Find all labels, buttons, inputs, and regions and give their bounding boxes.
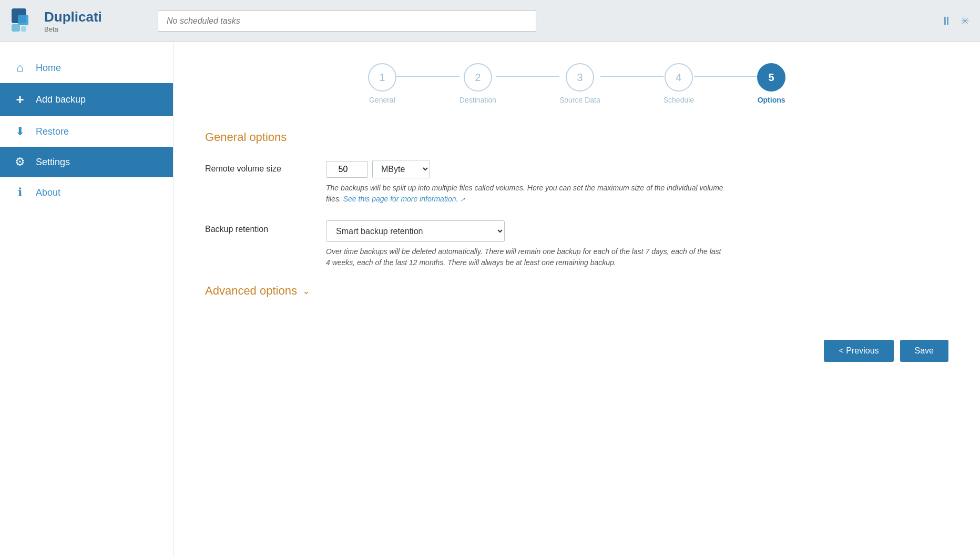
external-link-icon: ↗	[460, 196, 465, 203]
backup-retention-row: Backup retention Smart backup retention …	[205, 220, 948, 268]
add-icon: +	[13, 92, 27, 108]
sidebar-label-home: Home	[36, 63, 61, 74]
svg-rect-3	[21, 26, 26, 32]
sidebar-label-settings: Settings	[36, 157, 70, 168]
step-circle-3[interactable]: 3	[566, 63, 594, 92]
step-label-1: General	[369, 96, 395, 104]
bottom-nav: < Previous Save	[205, 340, 948, 372]
stepper: 1 General 2 Destination 3 Source Data	[205, 63, 948, 104]
remote-volume-size-input[interactable]	[326, 161, 368, 178]
home-icon: ⌂	[13, 61, 27, 75]
remote-volume-size-row: Remote volume size KByte MByte GByte The…	[205, 160, 948, 205]
backup-retention-select[interactable]: Smart backup retention Keep all backups …	[326, 220, 505, 242]
step-label-3: Source Data	[559, 96, 600, 104]
step-1: 1 General	[368, 63, 396, 104]
advanced-options-label: Advanced options	[205, 284, 297, 298]
step-label-2: Destination	[460, 96, 496, 104]
layout: ⌂ Home + Add backup ⬇ Restore ⚙ Settings…	[0, 42, 980, 556]
search-input[interactable]	[158, 11, 536, 32]
svg-rect-1	[18, 15, 28, 25]
svg-rect-2	[12, 24, 20, 32]
remote-volume-size-inline: KByte MByte GByte	[326, 160, 948, 178]
remote-volume-unit-select[interactable]: KByte MByte GByte	[372, 160, 430, 178]
main-content: 1 General 2 Destination 3 Source Data	[173, 42, 980, 556]
header-search-box[interactable]	[158, 11, 536, 32]
restore-icon: ⬇	[13, 125, 27, 138]
step-line-4	[694, 76, 757, 77]
sidebar-item-add-backup[interactable]: + Add backup	[0, 83, 173, 116]
pause-icon[interactable]: ⏸	[941, 14, 952, 28]
sidebar-item-restore[interactable]: ⬇ Restore	[0, 116, 173, 147]
step-label-5: Options	[758, 96, 785, 104]
step-line-2	[496, 76, 559, 77]
step-4: 4 Schedule	[663, 63, 694, 104]
sidebar-item-about[interactable]: ℹ About	[0, 177, 173, 208]
remote-volume-size-hint: The backups will be split up into multip…	[326, 183, 726, 205]
step-line-1	[396, 76, 460, 77]
general-options-title: General options	[205, 130, 948, 144]
sidebar-label-restore: Restore	[36, 126, 69, 137]
sidebar-item-home[interactable]: ⌂ Home	[0, 53, 173, 83]
sidebar-label-add-backup: Add backup	[36, 94, 86, 105]
backup-retention-label: Backup retention	[205, 220, 310, 234]
step-2: 2 Destination	[460, 63, 496, 104]
advanced-options-toggle[interactable]: Advanced options ⌄	[205, 284, 948, 298]
general-options-section: General options Remote volume size KByte…	[205, 130, 948, 268]
step-label-4: Schedule	[663, 96, 694, 104]
step-line-3	[600, 76, 663, 77]
step-5: 5 Options	[757, 63, 785, 104]
header-controls: ⏸ ✳	[941, 14, 969, 28]
save-button[interactable]: Save	[900, 340, 948, 362]
remote-volume-size-label: Remote volume size	[205, 160, 310, 174]
app-beta: Beta	[44, 25, 102, 33]
sidebar: ⌂ Home + Add backup ⬇ Restore ⚙ Settings…	[0, 42, 173, 556]
spinner-icon: ✳	[961, 15, 969, 27]
previous-button[interactable]: < Previous	[824, 340, 893, 362]
step-circle-5[interactable]: 5	[757, 63, 785, 92]
sidebar-item-settings[interactable]: ⚙ Settings	[0, 147, 173, 177]
sidebar-label-about: About	[36, 187, 60, 198]
step-3: 3 Source Data	[559, 63, 600, 104]
backup-retention-hint: Over time backups will be deleted automa…	[326, 246, 726, 268]
logo-area: Duplicati Beta	[11, 7, 147, 35]
logo-title: Duplicati Beta	[44, 9, 102, 33]
info-icon: ℹ	[13, 186, 27, 199]
step-circle-2[interactable]: 2	[464, 63, 492, 92]
step-circle-4[interactable]: 4	[665, 63, 693, 92]
remote-volume-size-controls: KByte MByte GByte The backups will be sp…	[326, 160, 948, 205]
step-circle-1[interactable]: 1	[368, 63, 396, 92]
app-name: Duplicati	[44, 9, 102, 25]
header: Duplicati Beta ⏸ ✳	[0, 0, 980, 42]
chevron-down-icon: ⌄	[302, 285, 310, 297]
logo-icon	[11, 7, 38, 35]
volume-info-link[interactable]: See this page for more information. ↗	[343, 195, 466, 203]
settings-icon: ⚙	[13, 155, 27, 169]
backup-retention-controls: Smart backup retention Keep all backups …	[326, 220, 948, 268]
